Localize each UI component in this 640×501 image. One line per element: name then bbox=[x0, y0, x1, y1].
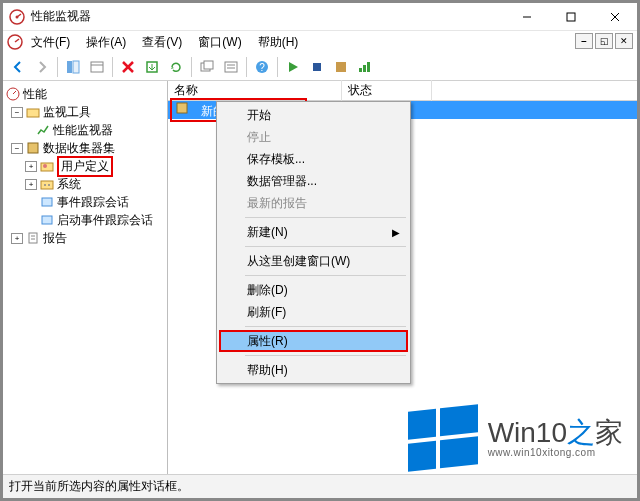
new-window-button[interactable] bbox=[196, 56, 218, 78]
report-icon bbox=[25, 230, 41, 246]
user-folder-icon bbox=[39, 158, 55, 174]
tree-root[interactable]: 性能 bbox=[3, 85, 167, 103]
menu-action[interactable]: 操作(A) bbox=[78, 32, 134, 53]
statusbar: 打开当前所选内容的属性对话框。 bbox=[3, 474, 637, 498]
log-button[interactable] bbox=[330, 56, 352, 78]
svg-rect-39 bbox=[177, 103, 187, 113]
ctx-label: 删除(D) bbox=[247, 282, 288, 299]
menu-file[interactable]: 文件(F) bbox=[23, 32, 78, 53]
mdi-minimize[interactable]: ‒ bbox=[575, 33, 593, 49]
ctx-stop: 停止 bbox=[219, 126, 408, 148]
svg-rect-9 bbox=[91, 62, 103, 72]
brand-last: 家 bbox=[595, 417, 623, 448]
system-icon bbox=[39, 176, 55, 192]
titlebar: 性能监视器 bbox=[3, 3, 637, 31]
tree-startup-sessions[interactable]: 启动事件跟踪会话 bbox=[3, 211, 167, 229]
mdi-controls: ‒ ◱ ✕ bbox=[575, 33, 633, 49]
window-title: 性能监视器 bbox=[31, 8, 505, 25]
properties-button[interactable] bbox=[86, 56, 108, 78]
menu-help[interactable]: 帮助(H) bbox=[250, 32, 307, 53]
window-controls bbox=[505, 3, 637, 30]
tree-label: 监视工具 bbox=[43, 104, 91, 121]
forward-button[interactable] bbox=[31, 56, 53, 78]
ctx-save-template[interactable]: 保存模板... bbox=[219, 148, 408, 170]
menu-icon bbox=[7, 34, 23, 50]
status-text: 打开当前所选内容的属性对话框。 bbox=[9, 478, 189, 495]
separator-icon bbox=[57, 57, 58, 77]
ctx-properties[interactable]: 属性(R) bbox=[219, 330, 408, 352]
ctx-label: 开始 bbox=[247, 107, 271, 124]
chart-icon bbox=[35, 122, 51, 138]
expand-icon[interactable]: + bbox=[11, 233, 23, 244]
mdi-close[interactable]: ✕ bbox=[615, 33, 633, 49]
close-button[interactable] bbox=[593, 3, 637, 31]
minimize-button[interactable] bbox=[505, 3, 549, 31]
ctx-new-window[interactable]: 从这里创建窗口(W) bbox=[219, 250, 408, 272]
svg-text:?: ? bbox=[259, 62, 265, 73]
menu-window[interactable]: 窗口(W) bbox=[190, 32, 249, 53]
delete-button[interactable] bbox=[117, 56, 139, 78]
toolbar: ? bbox=[3, 53, 637, 81]
show-hide-button[interactable] bbox=[62, 56, 84, 78]
tree-label: 系统 bbox=[57, 176, 81, 193]
separator-icon bbox=[245, 275, 406, 276]
mdi-restore[interactable]: ◱ bbox=[595, 33, 613, 49]
help-button[interactable]: ? bbox=[251, 56, 273, 78]
tree-data-collectors[interactable]: − 数据收集器集 bbox=[3, 139, 167, 157]
ctx-help[interactable]: 帮助(H) bbox=[219, 359, 408, 381]
svg-rect-21 bbox=[313, 63, 321, 71]
svg-rect-16 bbox=[225, 62, 237, 72]
expand-icon[interactable]: + bbox=[25, 179, 37, 190]
ctx-label: 数据管理器... bbox=[247, 173, 317, 190]
ctx-label: 新建(N) bbox=[247, 224, 288, 241]
ctx-new[interactable]: 新建(N)▶ bbox=[219, 221, 408, 243]
ctx-label: 帮助(H) bbox=[247, 362, 288, 379]
export-button[interactable] bbox=[141, 56, 163, 78]
windows-logo-icon bbox=[408, 404, 478, 471]
watermark-text: Win10之家 www.win10xitong.com bbox=[488, 419, 623, 458]
tree-event-sessions[interactable]: 事件跟踪会话 bbox=[3, 193, 167, 211]
tree-label: 报告 bbox=[43, 230, 67, 247]
col-status[interactable]: 状态 bbox=[342, 80, 432, 101]
svg-rect-3 bbox=[567, 13, 575, 21]
ctx-data-manager[interactable]: 数据管理器... bbox=[219, 170, 408, 192]
tree-user-defined[interactable]: + 用户定义 bbox=[3, 157, 167, 175]
separator-icon bbox=[245, 217, 406, 218]
maximize-button[interactable] bbox=[549, 3, 593, 31]
svg-rect-24 bbox=[363, 65, 366, 72]
tree-monitor-tools[interactable]: − 监视工具 bbox=[3, 103, 167, 121]
menu-view[interactable]: 查看(V) bbox=[134, 32, 190, 53]
back-button[interactable] bbox=[7, 56, 29, 78]
tree-perf-monitor[interactable]: 性能监视器 bbox=[3, 121, 167, 139]
stop-button[interactable] bbox=[306, 56, 328, 78]
watermark: Win10之家 www.win10xitong.com bbox=[408, 408, 623, 468]
folder-icon bbox=[25, 104, 41, 120]
session-icon bbox=[39, 194, 55, 210]
expand-icon[interactable]: + bbox=[25, 161, 37, 172]
separator-icon bbox=[112, 57, 113, 77]
ctx-refresh[interactable]: 刷新(F) bbox=[219, 301, 408, 323]
chart-button[interactable] bbox=[354, 56, 376, 78]
separator-icon bbox=[245, 326, 406, 327]
highlight-box: 用户定义 bbox=[57, 156, 113, 177]
window-frame: 性能监视器 文件(F) 操作(A) 查看(V) 窗口(W) 帮助(H) ‒ ◱ … bbox=[0, 0, 640, 501]
separator-icon bbox=[277, 57, 278, 77]
collapse-icon[interactable]: − bbox=[11, 107, 23, 118]
tree-label: 启动事件跟踪会话 bbox=[57, 212, 153, 229]
tree-pane[interactable]: 性能 − 监视工具 性能监视器 − 数据收集器集 + 用户定义 bbox=[3, 81, 168, 474]
session-icon bbox=[39, 212, 55, 228]
start-button[interactable] bbox=[282, 56, 304, 78]
svg-rect-31 bbox=[41, 181, 53, 189]
svg-point-30 bbox=[43, 164, 47, 168]
tree-reports[interactable]: + 报告 bbox=[3, 229, 167, 247]
refresh-button[interactable] bbox=[165, 56, 187, 78]
svg-rect-15 bbox=[204, 61, 213, 69]
ctx-delete[interactable]: 删除(D) bbox=[219, 279, 408, 301]
view-button[interactable] bbox=[220, 56, 242, 78]
separator-icon bbox=[246, 57, 247, 77]
tree-system[interactable]: + 系统 bbox=[3, 175, 167, 193]
ctx-start[interactable]: 开始 bbox=[219, 104, 408, 126]
collapse-icon[interactable]: − bbox=[11, 143, 23, 154]
svg-point-33 bbox=[48, 184, 50, 186]
ctx-label: 保存模板... bbox=[247, 151, 305, 168]
